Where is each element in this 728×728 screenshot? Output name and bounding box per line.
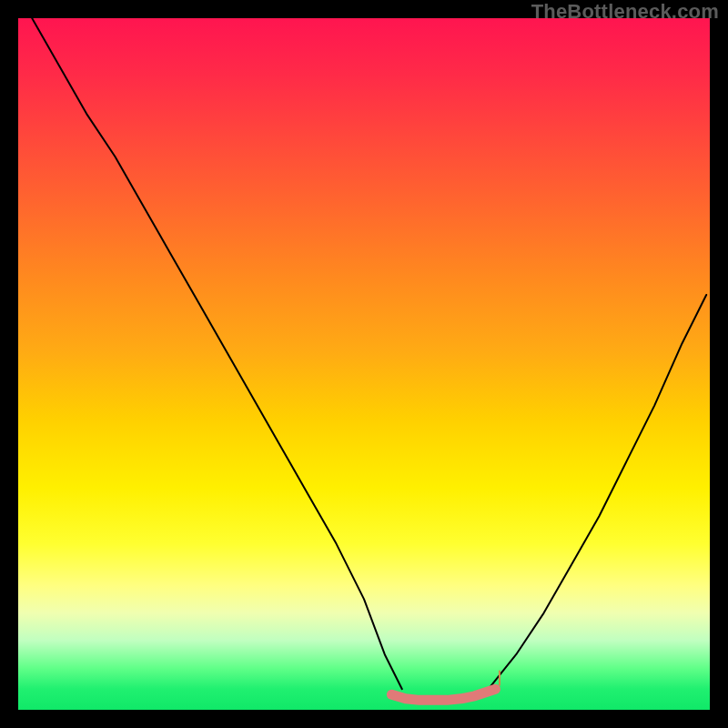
series-trough-band bbox=[391, 689, 495, 700]
watermark-text: TheBottleneck.com bbox=[531, 0, 719, 24]
series-right-curve bbox=[489, 295, 706, 689]
chart-container: TheBottleneck.com bbox=[0, 0, 728, 728]
plot-area bbox=[18, 18, 710, 710]
series-left-curve bbox=[32, 18, 402, 689]
chart-svg bbox=[18, 18, 710, 710]
